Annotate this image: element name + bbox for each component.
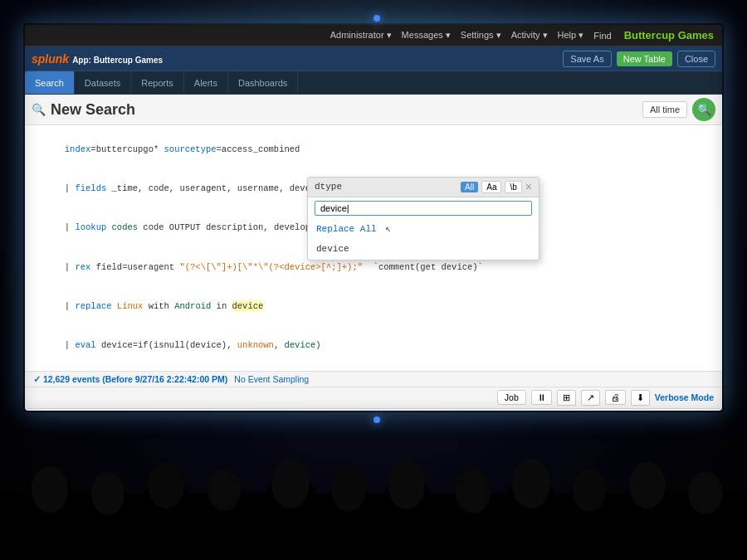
svg-point-12 <box>331 467 366 512</box>
autocomplete-input-row <box>308 197 539 219</box>
time-range-selector[interactable]: All time <box>642 101 687 118</box>
autocomplete-header: dtype All Aa \b × <box>308 178 539 197</box>
events-count: ✓ 12,629 events (Before 9/27/16 2:22:42:… <box>33 374 227 384</box>
query-line-5: | replace Linux with Android in device <box>33 287 714 326</box>
tab-reports[interactable]: Reports <box>131 71 184 94</box>
splunk-logo: splunkApp: Buttercup Games <box>32 52 163 66</box>
all-btn[interactable]: All <box>461 182 478 192</box>
top-indicator-dot <box>374 15 380 22</box>
cursor-pointer-icon: ↖ <box>385 224 391 234</box>
search-title: New Search <box>51 101 135 119</box>
top-nav: Administrator ▾ Messages ▾ Settings ▾ Ac… <box>25 25 722 46</box>
top-nav-items: Administrator ▾ Messages ▾ Settings ▾ Ac… <box>330 30 612 41</box>
query-line-6: | eval device=if(isnull(device), unknown… <box>33 326 714 365</box>
save-as-button[interactable]: Save As <box>563 51 611 67</box>
splunk-header: splunkApp: Buttercup Games Save As New T… <box>25 46 722 71</box>
splunk-app-label: App: Buttercup Games <box>72 56 163 65</box>
svg-point-20 <box>573 469 606 512</box>
close-autocomplete-button[interactable]: × <box>525 180 532 193</box>
autocomplete-field-label: dtype <box>315 180 342 194</box>
query-line-1: index=buttercupgo* sourcetype=access_com… <box>33 130 714 169</box>
svg-point-14 <box>388 461 425 509</box>
autocomplete-option-1[interactable]: Replace All ↖ <box>308 219 539 240</box>
tab-dashboards[interactable]: Dashboards <box>228 71 298 94</box>
svg-point-24 <box>688 471 723 514</box>
download-button[interactable]: ⬇ <box>631 390 650 406</box>
svg-point-8 <box>208 470 241 511</box>
print-button[interactable]: 🖨 <box>605 390 626 405</box>
nav-administrator[interactable]: Administrator ▾ <box>330 30 392 41</box>
svg-point-16 <box>456 469 491 514</box>
word-btn[interactable]: \b <box>505 181 521 193</box>
status-bar: ✓ 12,629 events (Before 9/27/16 2:22:42:… <box>25 372 722 387</box>
main-screen: Administrator ▾ Messages ▾ Settings ▾ Ac… <box>25 25 722 411</box>
new-table-button[interactable]: New Table <box>617 51 672 66</box>
nav-find[interactable]: Find <box>593 31 611 41</box>
no-sampling[interactable]: No Event Sampling <box>234 374 309 384</box>
grid-button[interactable]: ⊞ <box>557 390 576 406</box>
svg-point-4 <box>91 472 124 515</box>
nav-messages[interactable]: Messages ▾ <box>402 30 451 41</box>
tab-search[interactable]: Search <box>25 71 75 94</box>
case-btn[interactable]: Aa <box>481 181 501 193</box>
audience-silhouette <box>0 411 747 560</box>
autocomplete-option-device[interactable]: device <box>308 239 539 260</box>
search-controls: All time 🔍 <box>642 98 715 121</box>
tab-datasets[interactable]: Datasets <box>75 71 131 94</box>
svg-rect-25 <box>0 539 747 560</box>
job-toolbar: Job ⏸ ⊞ ↗ 🖨 ⬇ Verbose Mode <box>25 387 722 409</box>
close-button[interactable]: Close <box>677 51 715 67</box>
brand-label: Buttercup Games <box>624 29 714 41</box>
pause-button[interactable]: ⏸ <box>531 390 552 405</box>
svg-point-22 <box>629 462 666 509</box>
nav-activity[interactable]: Activity ▾ <box>511 30 548 41</box>
nav-settings[interactable]: Settings ▾ <box>461 30 501 41</box>
autocomplete-dropdown: dtype All Aa \b × Replace All ↖ device <box>307 177 540 261</box>
svg-point-2 <box>32 466 68 513</box>
job-button[interactable]: Job <box>497 390 526 405</box>
bottom-indicator-dot <box>374 416 380 423</box>
nav-help[interactable]: Help ▾ <box>558 30 584 41</box>
share-button[interactable]: ↗ <box>581 390 600 406</box>
search-execute-button[interactable]: 🔍 <box>692 98 715 121</box>
header-right: Save As New Table Close <box>563 51 715 67</box>
nav-tabs-bar: Search Datasets Reports Alerts Dashboard… <box>25 71 722 95</box>
query-editor[interactable]: index=buttercupgo* sourcetype=access_com… <box>25 125 722 372</box>
svg-point-10 <box>271 459 310 509</box>
svg-point-18 <box>512 459 550 509</box>
replace-all-label: Replace All <box>316 224 377 234</box>
search-area: 🔍 New Search All time 🔍 <box>25 95 722 125</box>
search-magnifier-icon: 🔍 <box>32 103 46 116</box>
verbose-mode-label[interactable]: Verbose Mode <box>655 392 714 402</box>
svg-point-6 <box>148 462 184 509</box>
autocomplete-search-input[interactable] <box>315 201 532 216</box>
tab-alerts[interactable]: Alerts <box>184 71 228 94</box>
